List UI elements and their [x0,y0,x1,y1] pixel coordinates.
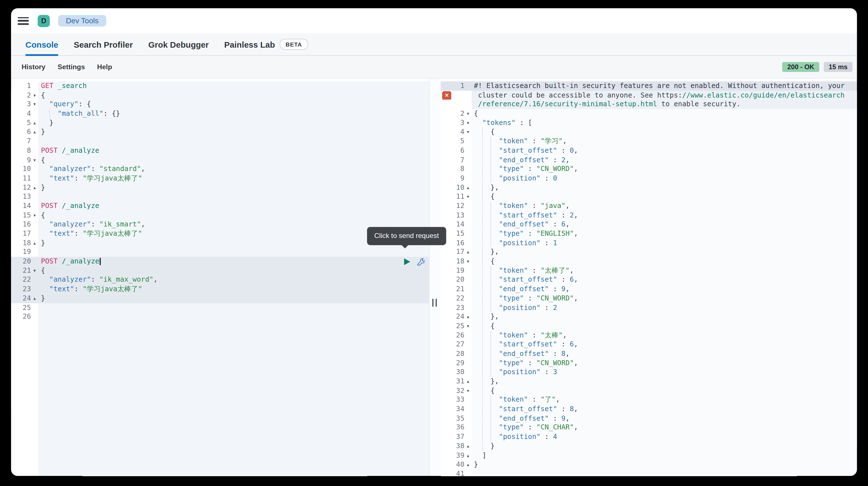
code-text[interactable]: "analyzer": "standard", [38,164,429,174]
code-text[interactable]: POST /_analyze [38,146,429,155]
request-line[interactable]: 16 "analyzer": "ik_smart", [11,220,429,229]
code-text[interactable]: "text": "学习java太棒了" [38,174,429,183]
history-menu[interactable]: History [22,63,45,71]
code-token: { [491,386,495,395]
wrench-icon[interactable] [416,257,425,266]
request-line[interactable]: 6▴} [11,128,429,137]
request-line[interactable]: 21▾{ [11,266,429,275]
request-line[interactable]: 7 [11,137,429,146]
request-line[interactable]: 2▾{ [11,91,429,100]
fold-toggle-icon[interactable]: ▾ [465,118,472,128]
code-text[interactable]: "query": { [38,100,429,109]
code-text[interactable] [38,137,429,146]
fold-toggle-icon[interactable]: ▴ [465,442,472,451]
code-text[interactable] [38,303,429,312]
fold-toggle-icon[interactable]: ▾ [465,128,472,137]
breadcrumb[interactable]: Dev Tools [58,15,106,26]
indent-space [41,220,49,229]
code-text[interactable]: } [38,183,429,192]
request-line[interactable]: 8POST /_analyze [11,146,429,155]
request-line[interactable]: 20POST /_analyze [11,257,429,266]
line-number: 21 [441,285,465,294]
request-line[interactable]: 4 "match_all": {} [11,109,429,118]
fold-toggle-icon[interactable]: ▾ [465,109,472,118]
fold-toggle-icon[interactable]: ▴ [31,128,38,137]
line-gutter: 12 [441,201,472,211]
request-line[interactable]: 5▴ } [11,118,429,128]
fold-toggle-icon[interactable]: ▾ [465,257,472,266]
request-line[interactable]: 9▾{ [11,155,429,164]
fold-toggle-icon[interactable]: ▾ [31,266,38,275]
fold-toggle-icon[interactable]: ▾ [31,100,38,109]
request-line[interactable]: 17 "text": "学习java太棒了" [11,229,429,238]
hamburger-menu-icon[interactable] [18,17,29,25]
fold-toggle-icon[interactable]: ▴ [31,294,38,303]
resize-handle-icon[interactable] [432,299,437,306]
tab-painless-lab[interactable]: Painless Lab [224,33,275,55]
fold-toggle-icon[interactable]: ▾ [465,192,472,201]
request-line[interactable]: 24▴} [11,294,429,303]
settings-menu[interactable]: Settings [58,63,85,71]
send-request-button[interactable] [404,258,410,265]
request-line[interactable]: 13 [11,192,429,201]
fold-toggle-icon[interactable]: ▾ [31,155,38,164]
line-number: 13 [441,211,465,220]
code-text[interactable]: } [38,118,429,128]
request-line[interactable]: 19 [11,248,429,257]
fold-toggle-icon[interactable]: ▴ [31,238,38,248]
code-text[interactable]: { [38,266,429,275]
fold-toggle-icon[interactable]: ▴ [465,312,472,322]
request-line[interactable]: 3▾ "query": { [11,100,429,109]
request-line[interactable]: 26 [11,312,429,322]
code-text[interactable]: { [38,155,429,164]
tab-console[interactable]: Console [26,33,58,55]
code-text[interactable]: GET _search [38,81,429,91]
fold-toggle-icon[interactable]: ▴ [465,183,472,192]
fold-toggle-icon[interactable]: ▾ [31,211,38,220]
fold-toggle-icon[interactable]: ▴ [31,118,38,128]
tab-search-profiler[interactable]: Search Profiler [74,33,133,55]
request-line[interactable]: 1GET _search [11,81,429,91]
code-text[interactable]: { [38,211,429,220]
request-editor[interactable]: 1GET _search2▾{3▾ "query": {4 "match_all… [11,78,429,476]
fold-toggle-icon[interactable]: ▴ [465,451,472,460]
fold-toggle-icon[interactable]: ▴ [465,377,472,386]
request-line[interactable]: 23 "text": "学习java太棒了" [11,285,429,294]
tab-grok-debugger[interactable]: Grok Debugger [148,33,209,55]
editor-empty-area[interactable] [11,322,429,476]
request-line[interactable]: 12▴} [11,183,429,192]
code-text[interactable]: "analyzer": "ik_max_word", [38,275,429,285]
code-text[interactable]: } [38,294,429,303]
code-text[interactable] [38,192,429,201]
response-viewer[interactable]: 1#! Elasticsearch built-in security feat… [441,78,857,476]
code-text[interactable]: { [38,91,429,100]
request-line[interactable]: 15▾{ [11,211,429,220]
fold-toggle-icon[interactable]: ▴ [465,248,472,257]
line-gutter: 31▴ [441,377,472,386]
request-line[interactable]: 11 "text": "学习java太棒了" [11,174,429,183]
pane-divider[interactable] [429,78,440,476]
request-line[interactable]: 10 "analyzer": "standard", [11,164,429,174]
space-avatar[interactable]: D [37,14,50,27]
code-token: : [74,229,83,237]
response-line: 37 "position" : 4 [441,432,857,442]
code-token: "token" [499,137,528,145]
help-menu[interactable]: Help [97,63,112,71]
code-text[interactable]: POST /_analyze [38,257,429,266]
code-text[interactable] [38,248,429,257]
request-line[interactable]: 14POST /_analyze [11,201,429,211]
code-text[interactable]: "text": "学习java太棒了" [38,285,429,294]
code-text[interactable]: } [38,128,429,137]
code-text[interactable]: "match_all": {} [38,109,429,118]
fold-toggle-icon[interactable]: ▾ [465,386,472,395]
code-token: 2 [570,211,574,219]
fold-toggle-icon[interactable]: ▾ [465,322,472,331]
fold-toggle-icon[interactable]: ▴ [465,460,472,469]
code-text[interactable]: POST /_analyze [38,201,429,211]
fold-toggle-icon[interactable]: ▾ [31,91,38,100]
request-line[interactable]: 18▴} [11,238,429,248]
code-text[interactable] [38,312,429,322]
request-line[interactable]: 25 [11,303,429,312]
fold-toggle-icon[interactable]: ▴ [31,183,38,192]
request-line[interactable]: 22 "analyzer": "ik_max_word", [11,275,429,285]
